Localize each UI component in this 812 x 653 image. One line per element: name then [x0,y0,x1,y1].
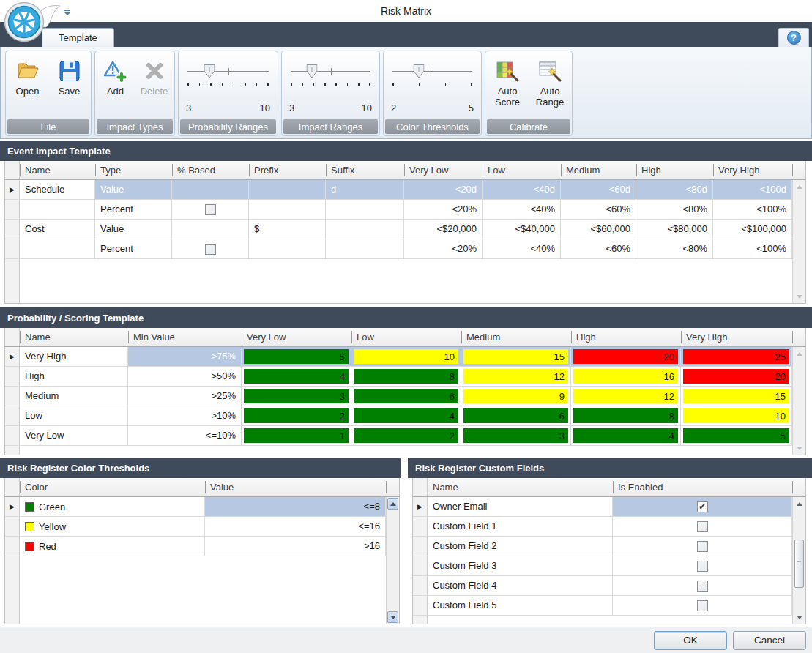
grid-cell[interactable]: Custom Field 3 [428,556,613,575]
column-header-suffix[interactable]: Suffix [326,161,404,179]
scroll-down-button[interactable] [793,443,805,453]
grid-cell[interactable]: Cost [20,220,95,239]
grid-cell[interactable]: <40d [483,180,561,199]
grid-cell[interactable]: <$20,000 [404,220,483,239]
grid-cell[interactable]: 12 [571,387,681,406]
grid-cell[interactable]: Yellow [20,517,205,536]
grid-cell[interactable]: >25% [128,387,242,406]
grid-cell[interactable]: <80% [636,200,713,219]
grid-cell[interactable]: <100d [713,180,792,199]
column-header-very-low[interactable]: Very Low [404,161,483,179]
grid-cell[interactable] [249,239,326,258]
column-header-name[interactable]: Name [20,328,128,346]
table-row[interactable]: Custom Field 4 [413,576,792,596]
column-header-very-low[interactable]: Very Low [242,328,351,346]
grid-cell[interactable] [326,200,404,219]
column-header-very-high[interactable]: Very High [681,328,792,346]
table-row[interactable]: ▶Very High>75%510152025 [5,347,792,367]
grid-cell[interactable]: >16 [205,537,386,556]
column-header-prefix[interactable]: Prefix [249,161,326,179]
probability-ranges-slider[interactable] [187,71,269,72]
grid-cell[interactable]: Percent [95,239,172,258]
scroll-up-button[interactable] [793,182,805,192]
column-header-based[interactable]: % Based [172,161,249,179]
scrollbar-thumb[interactable] [794,540,804,588]
grid-cell[interactable]: 15 [461,347,571,366]
grid-cell[interactable]: >50% [128,367,242,386]
grid-cell[interactable]: <60% [561,239,636,258]
grid-cell[interactable]: <40% [483,239,561,258]
grid-cell[interactable]: <20% [404,239,483,258]
grid-cell[interactable]: 10 [351,347,461,366]
color-thresholds-slider[interactable] [392,71,472,72]
vertical-scrollbar[interactable] [792,497,805,624]
table-row[interactable]: Medium>25%3691215 [5,387,792,406]
column-header-medium[interactable]: Medium [461,328,571,346]
delete-impact-type-button[interactable]: Delete [137,56,171,97]
checkbox[interactable] [697,561,708,572]
table-row[interactable]: High>50%48121620 [5,367,792,387]
column-header-color[interactable]: Color [20,478,205,496]
grid-cell[interactable]: <$60,000 [561,220,636,239]
table-row[interactable]: Percent<20%<40%<60%<80%<100% [5,239,792,259]
grid-cell[interactable]: 5 [681,426,792,445]
table-row[interactable]: Custom Field 3 [413,556,792,576]
grid-cell[interactable] [326,239,404,258]
grid-cell[interactable]: <80% [636,239,713,258]
table-row[interactable]: Custom Field 5 [413,596,792,616]
grid-cell[interactable]: <$80,000 [636,220,713,239]
grid-cell[interactable]: Very Low [20,426,128,445]
column-header-high[interactable]: High [636,161,713,179]
checkbox[interactable] [697,581,708,592]
scroll-down-button[interactable] [793,291,805,302]
grid-cell[interactable] [20,200,95,219]
grid-cell[interactable]: >75% [128,347,242,366]
grid-cell[interactable]: 4 [242,367,351,386]
save-button[interactable]: Save [51,56,88,97]
grid-cell[interactable]: Custom Field 5 [428,596,613,615]
grid-cell[interactable]: 2 [351,426,461,445]
grid-cell[interactable]: <$40,000 [483,220,561,239]
vertical-scrollbar[interactable] [386,497,399,624]
column-header-medium[interactable]: Medium [561,161,636,179]
quick-access-toolbar-dropdown[interactable] [64,10,70,15]
grid-cell[interactable]: Schedule [20,180,95,199]
grid-cell[interactable]: 4 [351,406,461,425]
column-header-type[interactable]: Type [95,161,172,179]
grid-cell[interactable]: Red [20,537,205,556]
grid-cell[interactable]: <20% [404,200,483,219]
table-row[interactable]: Custom Field 1 [413,517,792,537]
table-row[interactable]: ▶ScheduleValued<20d<40d<60d<80d<100d [5,180,792,200]
column-header-low[interactable]: Low [351,328,461,346]
grid-cell[interactable]: Green [20,497,205,516]
table-row[interactable]: Red>16 [5,537,386,556]
checkbox[interactable] [697,600,708,611]
grid-cell[interactable]: <60d [561,180,636,199]
grid-cell[interactable]: Custom Field 4 [428,576,613,595]
grid-cell[interactable]: <80d [636,180,713,199]
auto-range-button[interactable]: Auto Range [531,56,569,108]
grid-cell[interactable]: Custom Field 2 [428,537,613,556]
table-row[interactable]: ▶Owner Email✔ [413,497,792,517]
grid-cell[interactable]: 6 [351,387,461,406]
grid-cell[interactable]: 25 [681,347,792,366]
scroll-down-button[interactable] [387,611,398,623]
grid-cell[interactable]: Value [95,180,172,199]
table-row[interactable]: Low>10%246810 [5,406,792,426]
grid-cell[interactable]: Medium [20,387,128,406]
table-row[interactable]: Custom Field 2 [413,537,792,556]
grid-cell[interactable]: 2 [242,406,351,425]
grid-cell[interactable]: 20 [681,367,792,386]
grid-cell[interactable] [613,517,792,536]
checkbox[interactable] [697,541,708,552]
grid-cell[interactable]: ✔ [613,497,792,516]
cancel-button[interactable]: Cancel [733,631,806,650]
grid-cell[interactable]: 4 [571,426,681,445]
grid-cell[interactable]: Low [20,406,128,425]
grid-cell[interactable]: 5 [242,347,351,366]
grid-cell[interactable]: <$100,000 [713,220,792,239]
grid-cell[interactable]: 20 [571,347,681,366]
column-header-is-enabled[interactable]: Is Enabled [613,478,792,496]
slider-thumb[interactable] [413,64,424,78]
grid-cell[interactable]: <=16 [205,517,386,536]
